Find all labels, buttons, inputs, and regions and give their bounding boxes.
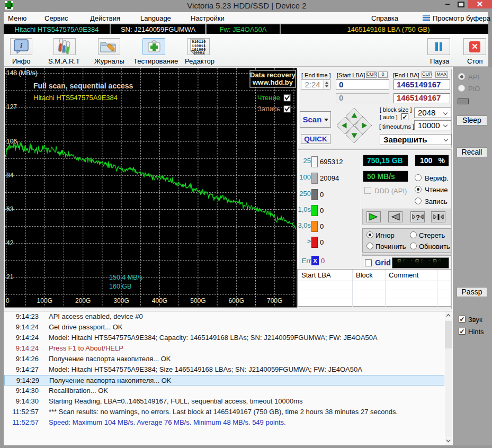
svg-text:84: 84 [6,172,14,179]
svg-text:0: 0 [6,297,10,304]
svg-text:300G: 300G [113,297,129,304]
svg-text:500G: 500G [190,297,205,304]
svg-text:Чтение: Чтение [257,94,280,102]
svg-text:400G: 400G [152,297,167,304]
svg-text:0001: 0001 [195,51,204,55]
svg-text:150,4 MB/s: 150,4 MB/s [109,274,142,281]
svg-text:160 GB: 160 GB [109,283,131,290]
svg-text:?: ? [416,213,420,221]
svg-text:Full scan, sequential access: Full scan, sequential access [33,82,133,90]
svg-text:106: 106 [6,138,17,145]
svg-text:63: 63 [6,205,14,213]
svg-text:100G: 100G [37,297,52,304]
svg-text:Data recovery: Data recovery [250,71,296,79]
svg-text:127: 127 [6,103,17,111]
svg-text:148 (MB/s): 148 (MB/s) [6,69,38,77]
svg-text:21: 21 [6,273,14,281]
svg-text:Hitachi HTS547575A9E384: Hitachi HTS547575A9E384 [33,94,118,102]
svg-text:600G: 600G [229,297,244,304]
svg-text:700G: 700G [267,297,282,304]
svg-text:Запись: Запись [257,105,280,113]
svg-text:200G: 200G [75,297,91,304]
svg-text:42: 42 [6,239,14,247]
svg-text:www.hdd.by: www.hdd.by [252,78,293,86]
